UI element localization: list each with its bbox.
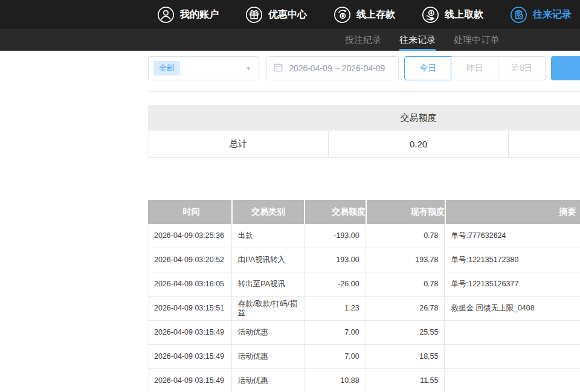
type-filter-select[interactable]: 全部 ▼: [148, 56, 259, 80]
filter-row: 全部 ▼ 2026-04-09 ~ 2026-04-09 今日 昨日 近8日: [148, 56, 580, 80]
last-8-days-button[interactable]: 近8日: [498, 56, 546, 80]
cell-summary: [445, 321, 580, 344]
sub-nav: 投注纪录 往来记录 处理中订单: [0, 29, 580, 51]
cell-summary: 单号:122135172380: [445, 248, 580, 272]
nav-item-label: 线上取款: [445, 8, 483, 21]
cell-summary: 救援金 回馈无上限_0408: [445, 297, 580, 320]
cell-type: 由PA视讯转入: [232, 248, 304, 272]
cell-time: 2026-04-09 03:15:49: [149, 345, 232, 368]
nav-promo-center[interactable]: 优惠中心: [245, 6, 307, 24]
cell-amount: -26.00: [304, 272, 366, 296]
section-divider: [148, 91, 580, 92]
cell-type: 存款/取款/打码/损益: [232, 297, 304, 320]
cell-type: 活动优惠: [232, 369, 304, 392]
yesterday-button[interactable]: 昨日: [451, 56, 498, 80]
cell-balance: 25.55: [366, 321, 445, 344]
cell-amount: 1.23: [304, 297, 366, 320]
nav-my-account[interactable]: 我的账户: [157, 6, 219, 24]
cell-balance: 0.78: [366, 224, 445, 248]
main-content: 全部 ▼ 2026-04-09 ~ 2026-04-09 今日 昨日 近8日 交…: [0, 56, 580, 392]
deposit-icon: [334, 6, 351, 24]
transaction-records-page: 我的账户 优惠中心 线上存款 线上取款 往来记录 投注纪录 往来记录 处理中订单…: [0, 0, 580, 392]
column-header-summary: 摘要: [445, 200, 580, 224]
cell-summary: [445, 369, 580, 392]
cell-time: 2026-04-09 03:15:49: [149, 321, 232, 344]
summary-header-row: 交易额度: [148, 105, 580, 130]
summary-table: 交易额度 总计 0.20: [148, 105, 580, 158]
nav-item-label: 我的账户: [180, 8, 219, 21]
summary-header-empty: [509, 105, 580, 130]
column-header-amount: 交易额度: [304, 200, 366, 224]
table-row: 2026-04-09 03:15:49活动优惠7.0018.55: [148, 345, 580, 369]
tab-processing-orders[interactable]: 处理中订单: [445, 29, 508, 51]
table-row: 2026-04-09 03:15:49活动优惠7.0025.55: [148, 321, 580, 345]
cell-time: 2026-04-09 03:16:05: [149, 272, 232, 296]
cell-amount: -193.00: [304, 224, 366, 248]
column-header-balance: 现有额度: [366, 200, 445, 224]
cell-balance: 0.78: [366, 272, 445, 296]
nav-online-withdraw[interactable]: 线上取款: [422, 6, 483, 24]
nav-item-label: 优惠中心: [268, 8, 307, 21]
cell-balance: 193.78: [366, 248, 445, 272]
cell-amount: 10.88: [304, 369, 366, 392]
transactions-table: 时间 交易类别 交易额度 现有额度 摘要 2026-04-09 03:25:36…: [148, 200, 580, 392]
chevron-down-icon: ▼: [245, 65, 251, 72]
cell-type: 出款: [232, 224, 304, 248]
date-range-value: 2026-04-09 ~ 2026-04-09: [289, 63, 385, 73]
cell-type: 转出至PA视讯: [232, 272, 304, 296]
cell-time: 2026-04-09 03:25:36: [149, 224, 232, 248]
cell-time: 2026-04-09 03:15:51: [149, 297, 232, 320]
cell-type: 活动优惠: [232, 321, 304, 344]
nav-item-label: 往来记录: [533, 8, 572, 21]
user-icon: [157, 6, 175, 24]
records-icon: [510, 6, 527, 24]
today-button[interactable]: 今日: [404, 56, 451, 80]
calendar-icon: [273, 62, 283, 75]
withdraw-icon: [422, 6, 439, 24]
nav-item-label: 线上存款: [356, 8, 395, 21]
table-row: 2026-04-09 03:15:51存款/取款/打码/损益1.2326.78救…: [148, 297, 580, 321]
table-row: 2026-04-09 03:20:52由PA视讯转入193.00193.78单号…: [148, 248, 580, 272]
selected-type-tag[interactable]: 全部: [153, 61, 180, 76]
table-row: 2026-04-09 03:15:49活动优惠10.8811.55: [148, 369, 580, 392]
column-header-type: 交易类别: [231, 200, 304, 224]
search-button[interactable]: [551, 56, 580, 80]
cell-balance: 18.55: [366, 345, 445, 368]
tab-transaction-records[interactable]: 往来记录: [390, 29, 445, 51]
table-row: 2026-04-09 03:25:36出款-193.000.78单号:77763…: [148, 224, 580, 248]
cell-summary: [445, 345, 580, 368]
nav-online-deposit[interactable]: 线上存款: [334, 6, 395, 24]
nav-transaction-records[interactable]: 往来记录: [510, 6, 572, 24]
summary-total-value: 0.20: [329, 130, 509, 157]
summary-empty-cell: [509, 130, 580, 157]
cell-balance: 26.78: [366, 297, 445, 320]
cell-amount: 193.00: [304, 248, 366, 272]
transactions-body: 2026-04-09 03:25:36出款-193.000.78单号:77763…: [148, 224, 580, 392]
summary-total-row: 总计 0.20: [148, 130, 580, 158]
column-header-time: 时间: [148, 200, 231, 224]
tab-bet-records[interactable]: 投注纪录: [336, 29, 390, 51]
summary-header-amount: 交易额度: [328, 105, 509, 130]
cell-amount: 7.00: [304, 345, 366, 368]
summary-header-empty: [148, 105, 328, 130]
date-range-picker[interactable]: 2026-04-09 ~ 2026-04-09: [266, 56, 399, 80]
cell-time: 2026-04-09 03:15:49: [149, 369, 232, 392]
table-header-row: 时间 交易类别 交易额度 现有额度 摘要: [148, 200, 580, 224]
gift-icon: [245, 6, 263, 24]
cell-amount: 7.00: [304, 321, 366, 344]
summary-total-label: 总计: [149, 130, 329, 157]
table-row: 2026-04-09 03:16:05转出至PA视讯-26.000.78单号:1…: [148, 272, 580, 297]
cell-type: 活动优惠: [232, 345, 304, 368]
cell-summary: 单号:777632624: [445, 224, 580, 248]
top-nav: 我的账户 优惠中心 线上存款 线上取款 往来记录: [0, 0, 580, 29]
cell-time: 2026-04-09 03:20:52: [149, 248, 232, 272]
cell-summary: 单号:122135126377: [445, 272, 580, 296]
quick-date-buttons: 今日 昨日 近8日: [405, 56, 546, 80]
cell-balance: 11.55: [366, 369, 445, 392]
